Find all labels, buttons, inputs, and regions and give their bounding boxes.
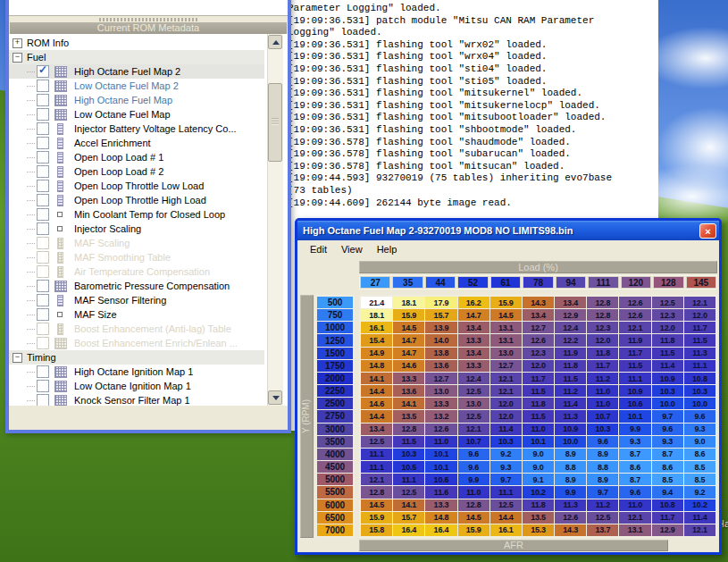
checkbox[interactable] xyxy=(37,337,49,349)
map-cell[interactable]: 13.7 xyxy=(587,524,618,536)
map-cell[interactable]: 12.1 xyxy=(684,524,715,536)
map-cell[interactable]: 11.1 xyxy=(684,360,715,372)
tree-item[interactable]: Injector Scaling xyxy=(9,222,264,236)
map-cell[interactable]: 14.3 xyxy=(523,297,554,308)
rpm-row-header[interactable]: 1500 xyxy=(317,348,353,359)
log-output[interactable]: Parameter Logging" loaded.[19:09:36.531]… xyxy=(284,0,658,209)
map-cell[interactable]: 9.0 xyxy=(684,436,715,448)
map-cell[interactable]: 14.7 xyxy=(393,334,424,346)
map-cell[interactable]: 11.2 xyxy=(587,373,618,384)
tree-item[interactable]: Low Octane Ignition Map 1 xyxy=(9,379,264,393)
map-cell[interactable]: 11.5 xyxy=(523,385,554,397)
map-cell[interactable]: 8.6 xyxy=(684,449,715,460)
map-cell[interactable]: 10.6 xyxy=(425,474,456,485)
rpm-row-header[interactable]: 2750 xyxy=(317,410,353,422)
rpm-row-header[interactable]: 1750 xyxy=(317,360,353,372)
map-cell[interactable]: 11.4 xyxy=(490,424,522,435)
map-cell[interactable]: 9.3 xyxy=(684,424,715,435)
map-cell[interactable]: 14.7 xyxy=(393,348,424,359)
map-cell[interactable]: 12.8 xyxy=(361,486,392,498)
map-cell[interactable]: 8.6 xyxy=(652,461,683,473)
map-cell[interactable]: 9.6 xyxy=(619,486,650,498)
tree-item[interactable]: MAF Sensor Filtering xyxy=(9,293,264,307)
load-col-header[interactable]: 111 xyxy=(588,276,618,289)
load-col-header[interactable]: 61 xyxy=(490,276,521,289)
map-cell[interactable]: 13.2 xyxy=(425,410,456,422)
map-cell[interactable]: 12.5 xyxy=(652,297,683,308)
map-cell[interactable]: 12.3 xyxy=(652,309,683,321)
map-cell[interactable]: 12.5 xyxy=(393,486,424,498)
map-cell[interactable]: 10.5 xyxy=(393,461,424,473)
map-cell[interactable]: 10.3 xyxy=(652,385,683,397)
checkbox[interactable] xyxy=(37,165,49,178)
map-cell[interactable]: 8.6 xyxy=(619,461,650,473)
map-cell[interactable]: 11.1 xyxy=(393,474,424,485)
map-cell[interactable]: 11.5 xyxy=(619,360,650,372)
rpm-row-header[interactable]: 3500 xyxy=(317,436,353,448)
map-cell[interactable]: 11.2 xyxy=(587,499,618,511)
map-cell[interactable]: 10.8 xyxy=(652,499,683,511)
map-cell[interactable]: 14.1 xyxy=(361,373,392,384)
map-cell[interactable]: 17.9 xyxy=(425,297,456,308)
tree-item[interactable]: High Octane Fuel Map 2 xyxy=(9,64,264,79)
map-cell[interactable]: 12.5 xyxy=(587,512,618,524)
rpm-row-header[interactable]: 6000 xyxy=(317,499,353,511)
map-cell[interactable]: 13.6 xyxy=(425,360,456,372)
map-cell[interactable]: 10.9 xyxy=(555,424,586,435)
map-cell[interactable]: 8.9 xyxy=(555,474,586,485)
fuel-map-titlebar[interactable]: High Octane Fuel Map 2-93270019 MOD8 NO … xyxy=(297,221,719,240)
map-cell[interactable]: 11.8 xyxy=(523,398,554,409)
map-cell[interactable]: 9.0 xyxy=(523,449,554,460)
map-cell[interactable]: 12.7 xyxy=(425,373,456,384)
checkbox[interactable] xyxy=(37,65,49,78)
scroll-up-button[interactable] xyxy=(268,35,282,49)
rpm-row-header[interactable]: 5000 xyxy=(317,474,353,485)
map-cell[interactable]: 12.6 xyxy=(555,512,586,524)
map-cell[interactable]: 10.3 xyxy=(684,385,715,397)
pane-splitter[interactable] xyxy=(9,16,288,22)
map-cell[interactable]: 12.9 xyxy=(555,309,586,321)
map-cell[interactable]: 12.7 xyxy=(490,360,522,372)
checkbox[interactable] xyxy=(37,380,49,392)
map-cell[interactable]: 13.5 xyxy=(523,512,554,524)
map-cell[interactable]: 8.5 xyxy=(652,474,683,485)
map-cell[interactable]: 10.2 xyxy=(523,486,554,498)
map-cell[interactable]: 13.4 xyxy=(458,322,490,333)
map-cell[interactable]: 10.1 xyxy=(619,410,650,422)
map-cell[interactable]: 11.8 xyxy=(652,334,683,346)
tree-item[interactable]: Low Octane Fuel Map xyxy=(9,107,264,122)
map-cell[interactable]: 9.2 xyxy=(490,449,522,460)
map-cell[interactable]: 8.9 xyxy=(587,449,618,460)
close-icon[interactable]: × xyxy=(699,223,716,239)
rpm-row-header[interactable]: 1250 xyxy=(317,334,353,346)
map-cell[interactable]: 13.0 xyxy=(458,398,490,409)
tree-item[interactable]: Knock Sensor Filter Map 1 xyxy=(9,393,264,406)
scroll-down-button[interactable] xyxy=(268,390,282,405)
map-cell[interactable]: 12.1 xyxy=(361,474,392,485)
menu-edit[interactable]: Edit xyxy=(303,242,334,256)
map-cell[interactable]: 14.5 xyxy=(393,322,424,333)
rpm-row-header[interactable]: 3000 xyxy=(317,424,353,435)
map-cell[interactable]: 11.5 xyxy=(523,410,554,422)
map-cell[interactable]: 13.4 xyxy=(361,424,392,435)
map-cell[interactable]: 8.7 xyxy=(619,449,650,460)
map-cell[interactable]: 11.1 xyxy=(361,461,392,473)
map-cell[interactable]: 16.2 xyxy=(458,297,490,308)
tree-item[interactable]: Min Coolant Temp for Closed Loop xyxy=(9,207,264,222)
map-cell[interactable]: 10.3 xyxy=(490,436,522,448)
tree-item[interactable]: Barometric Pressure Compensation xyxy=(9,279,264,293)
map-cell[interactable]: 11.7 xyxy=(652,512,683,524)
map-cell[interactable]: 10.1 xyxy=(523,436,554,448)
map-cell[interactable]: 11.3 xyxy=(684,348,715,359)
map-cell[interactable]: 8.5 xyxy=(684,474,715,485)
map-cell[interactable]: 16.4 xyxy=(393,524,424,536)
map-cell[interactable]: 13.3 xyxy=(425,398,456,409)
tree-item[interactable]: Injector Battery Voltage Latency Co... xyxy=(9,122,264,136)
map-cell[interactable]: 8.5 xyxy=(684,461,715,473)
map-cell[interactable]: 11.3 xyxy=(555,499,586,511)
load-col-header[interactable]: 44 xyxy=(425,276,456,289)
map-cell[interactable]: 13.9 xyxy=(425,322,456,333)
map-cell[interactable]: 15.8 xyxy=(361,524,392,536)
checkbox[interactable] xyxy=(37,294,49,306)
map-cell[interactable]: 8.9 xyxy=(587,474,618,485)
